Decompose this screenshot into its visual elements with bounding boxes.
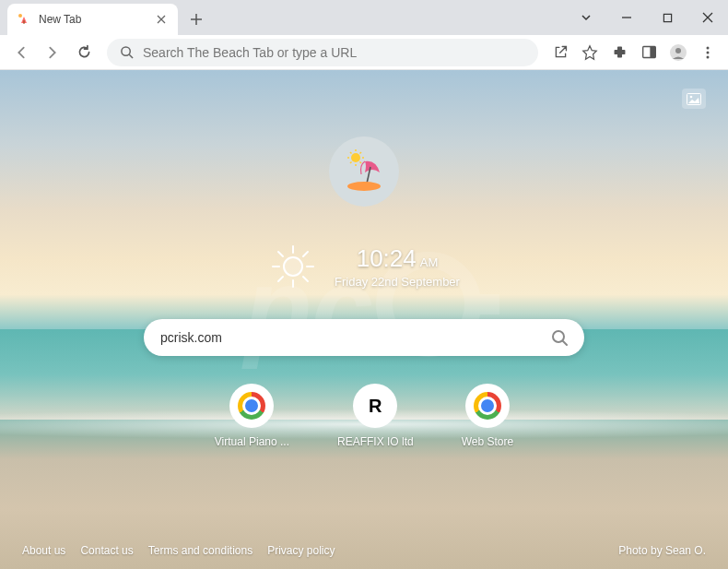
svg-line-23 [350, 162, 352, 164]
svg-point-36 [553, 331, 564, 342]
share-icon[interactable] [547, 40, 573, 65]
footer-contact-link[interactable]: Contact us [80, 544, 133, 557]
svg-point-10 [707, 55, 710, 58]
page-content: pc [0, 70, 728, 569]
forward-button[interactable] [39, 39, 66, 66]
shortcut-label: Virtual Piano ... [215, 435, 289, 448]
svg-point-16 [351, 153, 360, 162]
beach-logo-icon [329, 136, 399, 207]
page-search-box[interactable] [144, 319, 584, 356]
extensions-icon[interactable] [606, 40, 632, 65]
svg-rect-2 [663, 14, 671, 21]
side-panel-icon[interactable] [636, 40, 662, 65]
footer-links: About us Contact us Terms and conditions… [22, 544, 335, 557]
beach-favicon-icon [17, 12, 31, 27]
menu-icon[interactable] [695, 40, 721, 65]
svg-point-0 [18, 14, 22, 18]
svg-point-8 [707, 46, 710, 49]
shortcut-reaffix[interactable]: R REAFFIX IO ltd [337, 384, 414, 448]
back-button[interactable] [7, 39, 35, 66]
svg-line-33 [303, 277, 308, 281]
svg-line-22 [360, 162, 362, 164]
close-window-button[interactable] [691, 4, 724, 31]
weather-time-widget: 10:24AM Friday 22nd September [268, 242, 460, 291]
time-value: 10:24 [357, 244, 417, 272]
chrome-icon [229, 384, 274, 428]
shortcut-virtual-piano[interactable]: Virtual Piano ... [215, 384, 289, 448]
new-tab-button[interactable] [183, 6, 209, 32]
tab-dropdown-icon[interactable] [569, 4, 603, 31]
time-ampm: AM [420, 255, 439, 269]
footer-privacy-link[interactable]: Privacy policy [267, 544, 335, 557]
svg-point-26 [347, 182, 381, 191]
svg-line-21 [350, 152, 352, 154]
close-tab-icon[interactable] [154, 12, 169, 27]
svg-rect-5 [650, 47, 655, 58]
minimize-button[interactable] [610, 4, 643, 31]
omnibox[interactable]: Search The Beach Tab or type a URL [107, 39, 538, 66]
reload-button[interactable] [70, 39, 98, 66]
svg-point-7 [675, 48, 681, 53]
svg-point-27 [284, 257, 302, 276]
search-input[interactable] [160, 330, 551, 345]
svg-line-35 [303, 252, 308, 256]
shortcut-label: REAFFIX IO ltd [337, 435, 414, 448]
svg-point-3 [122, 47, 130, 55]
bookmark-icon[interactable] [577, 40, 603, 65]
window-titlebar: New Tab [0, 0, 728, 35]
letter-icon: R [353, 384, 397, 428]
profile-icon[interactable] [665, 40, 691, 65]
svg-rect-1 [24, 20, 25, 24]
clock-time: 10:24AM [335, 244, 460, 273]
tab-title: New Tab [39, 13, 147, 26]
omnibox-placeholder: Search The Beach Tab or type a URL [143, 45, 357, 60]
svg-point-9 [707, 51, 710, 53]
address-bar: Search The Beach Tab or type a URL [0, 35, 728, 70]
svg-line-32 [278, 252, 283, 256]
footer-about-link[interactable]: About us [22, 544, 65, 557]
browser-tab[interactable]: New Tab [7, 4, 178, 35]
chrome-icon [465, 384, 510, 428]
shortcuts-row: Virtual Piano ... R REAFFIX IO ltd Web S… [215, 384, 513, 448]
shortcut-label: Web Store [462, 435, 513, 448]
page-footer: About us Contact us Terms and conditions… [0, 532, 728, 569]
svg-line-34 [278, 277, 283, 281]
sun-icon [268, 242, 318, 291]
footer-terms-link[interactable]: Terms and conditions [148, 544, 252, 557]
shortcut-web-store[interactable]: Web Store [462, 384, 513, 448]
search-submit-icon[interactable] [551, 329, 568, 346]
svg-line-24 [360, 152, 362, 154]
date-line: Friday 22nd September [335, 275, 460, 289]
search-icon [120, 45, 134, 59]
window-controls [569, 0, 728, 35]
maximize-button[interactable] [651, 4, 684, 31]
photo-credit: Photo by Sean O. [618, 544, 706, 557]
